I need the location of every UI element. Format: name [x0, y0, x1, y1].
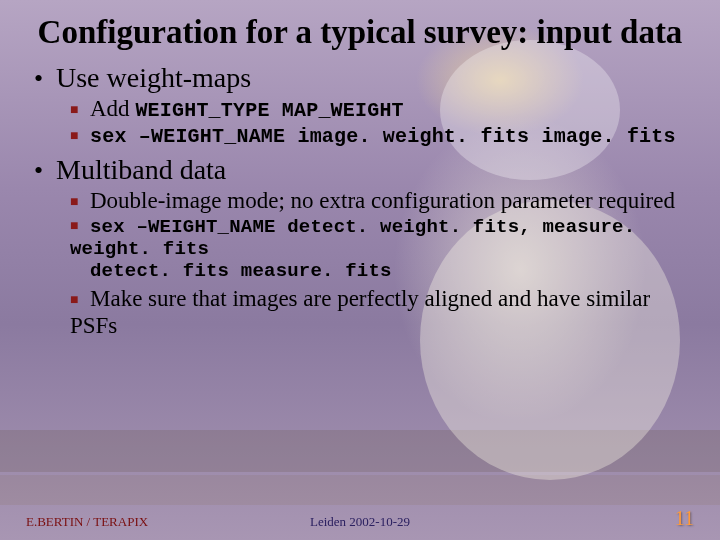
- slide-title: Configuration for a typical survey: inpu…: [34, 14, 686, 50]
- bullet-add-weight-type: ■Add WEIGHT_TYPE MAP_WEIGHT: [70, 96, 686, 122]
- code-line2: detect. fits measure. fits: [90, 260, 392, 282]
- text: Make sure that images are perfectly alig…: [70, 286, 650, 337]
- slide: Configuration for a typical survey: inpu…: [0, 0, 720, 540]
- code-line1: sex –WEIGHT_NAME detect. weight. fits, m…: [70, 216, 635, 260]
- footer-date: Leiden 2002-10-29: [310, 514, 410, 530]
- bullet-weight-maps: •Use weight-maps: [34, 62, 686, 94]
- text: Multiband data: [56, 154, 226, 185]
- text: Use weight-maps: [56, 62, 251, 93]
- footer: E.BERTIN / TERAPIX Leiden 2002-10-29 11: [0, 507, 720, 530]
- bullet-multiband: •Multiband data: [34, 154, 686, 186]
- text: Double-image mode; no extra configuratio…: [90, 188, 675, 213]
- footer-author: E.BERTIN / TERAPIX: [26, 514, 148, 530]
- bullet-sex-weight: ■sex –WEIGHT_NAME image. weight. fits im…: [70, 125, 686, 148]
- code: WEIGHT_TYPE MAP_WEIGHT: [135, 99, 403, 122]
- bullet-sex-detect: ■sex –WEIGHT_NAME detect. weight. fits, …: [70, 216, 686, 282]
- slide-number: 11: [675, 507, 694, 530]
- bullet-aligned-psf: ■Make sure that images are perfectly ali…: [70, 286, 686, 339]
- code: sex –WEIGHT_NAME image. weight. fits ima…: [90, 125, 676, 148]
- prefix: Add: [90, 96, 135, 121]
- bullet-double-image: ■Double-image mode; no extra configurati…: [70, 188, 686, 214]
